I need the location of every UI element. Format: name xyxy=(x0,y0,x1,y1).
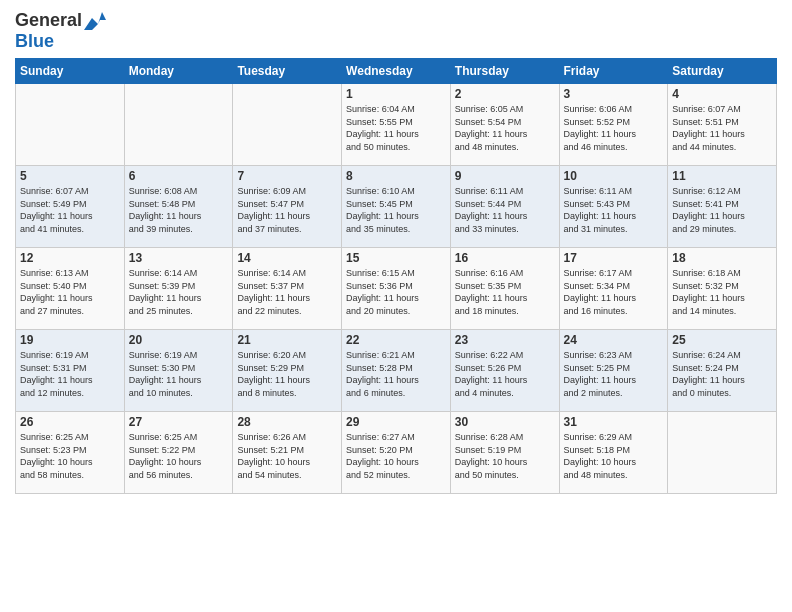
calendar-cell: 29Sunrise: 6:27 AM Sunset: 5:20 PM Dayli… xyxy=(342,412,451,494)
weekday-header-friday: Friday xyxy=(559,59,668,84)
day-info: Sunrise: 6:07 AM Sunset: 5:51 PM Dayligh… xyxy=(672,103,772,153)
logo-top: General xyxy=(15,10,106,31)
day-info: Sunrise: 6:21 AM Sunset: 5:28 PM Dayligh… xyxy=(346,349,446,399)
calendar-cell: 26Sunrise: 6:25 AM Sunset: 5:23 PM Dayli… xyxy=(16,412,125,494)
calendar-cell: 16Sunrise: 6:16 AM Sunset: 5:35 PM Dayli… xyxy=(450,248,559,330)
day-info: Sunrise: 6:10 AM Sunset: 5:45 PM Dayligh… xyxy=(346,185,446,235)
logo-general-text: General xyxy=(15,10,82,31)
calendar-cell: 22Sunrise: 6:21 AM Sunset: 5:28 PM Dayli… xyxy=(342,330,451,412)
calendar-cell: 2Sunrise: 6:05 AM Sunset: 5:54 PM Daylig… xyxy=(450,84,559,166)
day-number: 26 xyxy=(20,415,120,429)
day-info: Sunrise: 6:25 AM Sunset: 5:22 PM Dayligh… xyxy=(129,431,229,481)
calendar-cell: 9Sunrise: 6:11 AM Sunset: 5:44 PM Daylig… xyxy=(450,166,559,248)
logo: General Blue xyxy=(15,10,106,52)
calendar-cell: 24Sunrise: 6:23 AM Sunset: 5:25 PM Dayli… xyxy=(559,330,668,412)
calendar-cell xyxy=(233,84,342,166)
day-info: Sunrise: 6:29 AM Sunset: 5:18 PM Dayligh… xyxy=(564,431,664,481)
day-number: 30 xyxy=(455,415,555,429)
logo-arrow-icon xyxy=(84,12,106,30)
week-row-3: 12Sunrise: 6:13 AM Sunset: 5:40 PM Dayli… xyxy=(16,248,777,330)
day-number: 28 xyxy=(237,415,337,429)
calendar-cell: 18Sunrise: 6:18 AM Sunset: 5:32 PM Dayli… xyxy=(668,248,777,330)
day-info: Sunrise: 6:20 AM Sunset: 5:29 PM Dayligh… xyxy=(237,349,337,399)
day-info: Sunrise: 6:15 AM Sunset: 5:36 PM Dayligh… xyxy=(346,267,446,317)
day-info: Sunrise: 6:14 AM Sunset: 5:39 PM Dayligh… xyxy=(129,267,229,317)
day-number: 6 xyxy=(129,169,229,183)
day-number: 16 xyxy=(455,251,555,265)
weekday-header-tuesday: Tuesday xyxy=(233,59,342,84)
calendar-cell: 17Sunrise: 6:17 AM Sunset: 5:34 PM Dayli… xyxy=(559,248,668,330)
day-info: Sunrise: 6:08 AM Sunset: 5:48 PM Dayligh… xyxy=(129,185,229,235)
day-info: Sunrise: 6:19 AM Sunset: 5:30 PM Dayligh… xyxy=(129,349,229,399)
day-info: Sunrise: 6:23 AM Sunset: 5:25 PM Dayligh… xyxy=(564,349,664,399)
day-number: 31 xyxy=(564,415,664,429)
calendar-cell: 14Sunrise: 6:14 AM Sunset: 5:37 PM Dayli… xyxy=(233,248,342,330)
day-info: Sunrise: 6:22 AM Sunset: 5:26 PM Dayligh… xyxy=(455,349,555,399)
day-number: 22 xyxy=(346,333,446,347)
day-info: Sunrise: 6:12 AM Sunset: 5:41 PM Dayligh… xyxy=(672,185,772,235)
day-number: 21 xyxy=(237,333,337,347)
day-info: Sunrise: 6:24 AM Sunset: 5:24 PM Dayligh… xyxy=(672,349,772,399)
weekday-header-thursday: Thursday xyxy=(450,59,559,84)
day-number: 10 xyxy=(564,169,664,183)
day-number: 4 xyxy=(672,87,772,101)
day-info: Sunrise: 6:06 AM Sunset: 5:52 PM Dayligh… xyxy=(564,103,664,153)
calendar-cell: 1Sunrise: 6:04 AM Sunset: 5:55 PM Daylig… xyxy=(342,84,451,166)
day-info: Sunrise: 6:26 AM Sunset: 5:21 PM Dayligh… xyxy=(237,431,337,481)
day-number: 29 xyxy=(346,415,446,429)
day-info: Sunrise: 6:28 AM Sunset: 5:19 PM Dayligh… xyxy=(455,431,555,481)
calendar-cell: 25Sunrise: 6:24 AM Sunset: 5:24 PM Dayli… xyxy=(668,330,777,412)
day-info: Sunrise: 6:05 AM Sunset: 5:54 PM Dayligh… xyxy=(455,103,555,153)
calendar-cell: 15Sunrise: 6:15 AM Sunset: 5:36 PM Dayli… xyxy=(342,248,451,330)
day-number: 24 xyxy=(564,333,664,347)
day-info: Sunrise: 6:14 AM Sunset: 5:37 PM Dayligh… xyxy=(237,267,337,317)
day-number: 2 xyxy=(455,87,555,101)
day-info: Sunrise: 6:25 AM Sunset: 5:23 PM Dayligh… xyxy=(20,431,120,481)
day-info: Sunrise: 6:11 AM Sunset: 5:44 PM Dayligh… xyxy=(455,185,555,235)
calendar-cell: 4Sunrise: 6:07 AM Sunset: 5:51 PM Daylig… xyxy=(668,84,777,166)
calendar-cell: 7Sunrise: 6:09 AM Sunset: 5:47 PM Daylig… xyxy=(233,166,342,248)
day-info: Sunrise: 6:18 AM Sunset: 5:32 PM Dayligh… xyxy=(672,267,772,317)
day-info: Sunrise: 6:16 AM Sunset: 5:35 PM Dayligh… xyxy=(455,267,555,317)
day-info: Sunrise: 6:17 AM Sunset: 5:34 PM Dayligh… xyxy=(564,267,664,317)
week-row-2: 5Sunrise: 6:07 AM Sunset: 5:49 PM Daylig… xyxy=(16,166,777,248)
day-info: Sunrise: 6:07 AM Sunset: 5:49 PM Dayligh… xyxy=(20,185,120,235)
calendar-cell: 27Sunrise: 6:25 AM Sunset: 5:22 PM Dayli… xyxy=(124,412,233,494)
calendar-cell: 11Sunrise: 6:12 AM Sunset: 5:41 PM Dayli… xyxy=(668,166,777,248)
calendar-cell: 23Sunrise: 6:22 AM Sunset: 5:26 PM Dayli… xyxy=(450,330,559,412)
logo-container: General Blue xyxy=(15,10,106,52)
week-row-5: 26Sunrise: 6:25 AM Sunset: 5:23 PM Dayli… xyxy=(16,412,777,494)
day-number: 18 xyxy=(672,251,772,265)
day-number: 11 xyxy=(672,169,772,183)
logo-blue-line: Blue xyxy=(15,31,54,52)
calendar-cell: 28Sunrise: 6:26 AM Sunset: 5:21 PM Dayli… xyxy=(233,412,342,494)
page: General Blue SundayMondayTuesdayWednesda… xyxy=(0,0,792,612)
day-number: 3 xyxy=(564,87,664,101)
day-number: 17 xyxy=(564,251,664,265)
day-info: Sunrise: 6:09 AM Sunset: 5:47 PM Dayligh… xyxy=(237,185,337,235)
weekday-header-saturday: Saturday xyxy=(668,59,777,84)
calendar: SundayMondayTuesdayWednesdayThursdayFrid… xyxy=(15,58,777,494)
weekday-header-sunday: Sunday xyxy=(16,59,125,84)
day-number: 25 xyxy=(672,333,772,347)
day-number: 8 xyxy=(346,169,446,183)
calendar-cell: 13Sunrise: 6:14 AM Sunset: 5:39 PM Dayli… xyxy=(124,248,233,330)
calendar-cell: 31Sunrise: 6:29 AM Sunset: 5:18 PM Dayli… xyxy=(559,412,668,494)
calendar-cell: 19Sunrise: 6:19 AM Sunset: 5:31 PM Dayli… xyxy=(16,330,125,412)
day-number: 23 xyxy=(455,333,555,347)
logo-blue-word: Blue xyxy=(15,31,54,51)
calendar-cell xyxy=(16,84,125,166)
day-number: 1 xyxy=(346,87,446,101)
weekday-header-monday: Monday xyxy=(124,59,233,84)
week-row-1: 1Sunrise: 6:04 AM Sunset: 5:55 PM Daylig… xyxy=(16,84,777,166)
week-row-4: 19Sunrise: 6:19 AM Sunset: 5:31 PM Dayli… xyxy=(16,330,777,412)
day-info: Sunrise: 6:27 AM Sunset: 5:20 PM Dayligh… xyxy=(346,431,446,481)
day-info: Sunrise: 6:19 AM Sunset: 5:31 PM Dayligh… xyxy=(20,349,120,399)
day-number: 13 xyxy=(129,251,229,265)
calendar-cell: 30Sunrise: 6:28 AM Sunset: 5:19 PM Dayli… xyxy=(450,412,559,494)
calendar-cell: 8Sunrise: 6:10 AM Sunset: 5:45 PM Daylig… xyxy=(342,166,451,248)
day-number: 9 xyxy=(455,169,555,183)
day-number: 19 xyxy=(20,333,120,347)
weekday-header-row: SundayMondayTuesdayWednesdayThursdayFrid… xyxy=(16,59,777,84)
calendar-cell: 10Sunrise: 6:11 AM Sunset: 5:43 PM Dayli… xyxy=(559,166,668,248)
